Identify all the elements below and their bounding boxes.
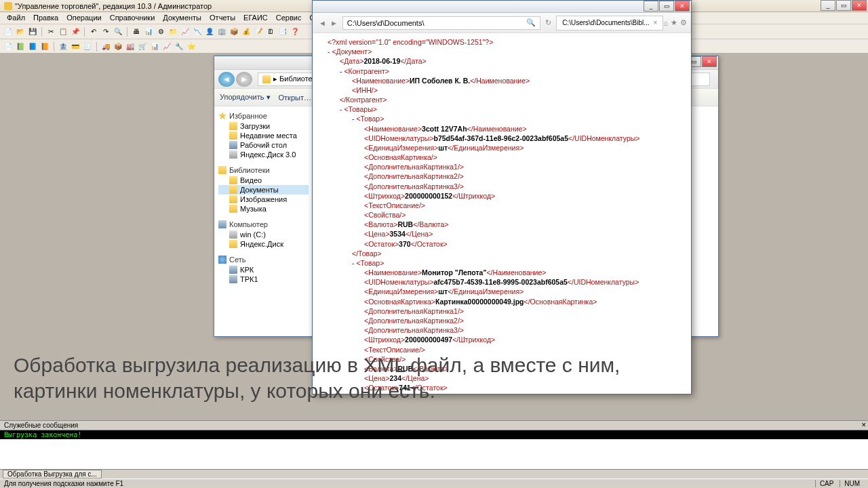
tb-icon[interactable]: 📝 — [253, 26, 264, 37]
sidebar-item-images[interactable]: Изображения — [218, 195, 309, 204]
tb-icon[interactable]: 🚚 — [100, 41, 111, 52]
tb-icon[interactable]: 🛒 — [137, 41, 148, 52]
close-button[interactable]: ✕ — [675, 1, 690, 12]
tb-undo-icon[interactable]: ↶ — [88, 26, 99, 37]
tb-icon[interactable]: 🏭 — [125, 41, 136, 52]
xml-viewer[interactable]: <?xml version="1.0" encoding="WINDOWS-12… — [313, 33, 691, 394]
close-button[interactable]: ✕ — [702, 56, 717, 67]
tb-icon[interactable]: ⭐ — [186, 41, 197, 52]
library-icon — [218, 166, 226, 174]
refresh-icon[interactable]: ↻ — [545, 18, 551, 27]
cap-indicator: CAP — [815, 480, 838, 487]
tb-icon[interactable]: 📄 — [3, 41, 14, 52]
tb-icon[interactable]: 📗 — [15, 41, 26, 52]
tb-icon[interactable]: 💳 — [70, 41, 81, 52]
taskbar-item[interactable]: Обработка Выгрузка для с... — [3, 470, 102, 479]
sidebar-libraries-header[interactable]: Библиотеки — [218, 166, 309, 174]
back-button[interactable]: ◄ — [218, 72, 235, 87]
tb-paste-icon[interactable]: 📌 — [70, 26, 81, 37]
tb-icon[interactable]: 🏦 — [58, 41, 68, 52]
address-bar[interactable]: C:\Users\d\Documents\ 🔍 — [342, 16, 540, 30]
forward-button[interactable]: ► — [330, 19, 338, 27]
tb-icon[interactable]: 📊 — [143, 26, 154, 37]
tb-help-icon[interactable]: ❓ — [290, 26, 300, 37]
minimize-button[interactable]: _ — [821, 0, 835, 11]
sidebar-item-yadisk[interactable]: Яндекс.Диск 3.0 — [218, 150, 309, 159]
menu-edit[interactable]: Правка — [29, 12, 62, 24]
tab-close-icon[interactable]: × — [654, 19, 658, 26]
close-button[interactable]: ✕ — [852, 0, 867, 11]
maximize-button[interactable]: ▭ — [659, 1, 674, 12]
tb-icon[interactable]: 🧾 — [82, 41, 93, 52]
sidebar-favorites-header[interactable]: Избранное — [218, 112, 309, 120]
tb-icon[interactable]: 🖶 — [131, 26, 142, 37]
search-icon[interactable]: 🔍 — [526, 18, 536, 27]
separator — [54, 42, 54, 52]
open-button[interactable]: Открыт… — [279, 94, 311, 102]
tb-icon[interactable]: 🏢 — [216, 26, 227, 37]
home-icon[interactable]: ⌂ — [663, 19, 668, 27]
status-hint: Для получения подсказки нажмите F1 — [4, 480, 123, 487]
browser-tab[interactable]: C:\Users\d\Documents\Bibl... × — [556, 16, 663, 30]
menu-service[interactable]: Сервис — [272, 12, 306, 24]
tb-icon[interactable]: 📦 — [113, 41, 123, 52]
sidebar-item-music[interactable]: Музыка — [218, 204, 309, 214]
folder-icon — [229, 205, 237, 213]
sidebar-item-krk[interactable]: КРК — [218, 265, 309, 274]
sidebar-item-downloads[interactable]: Загрузки — [218, 121, 309, 131]
caption-line-2: картинки номенклатуры, у которых они ест… — [14, 378, 854, 404]
tb-icon[interactable]: 📉 — [192, 26, 203, 37]
separator — [127, 27, 127, 37]
tb-new-icon[interactable]: 📄 — [3, 26, 14, 37]
maximize-button[interactable]: ▭ — [836, 0, 851, 11]
menu-operations[interactable]: Операции — [62, 12, 105, 24]
menu-reports[interactable]: Отчеты — [205, 12, 239, 24]
tb-icon[interactable]: 📁 — [167, 26, 178, 37]
forward-button[interactable]: ► — [236, 72, 252, 87]
ie-titlebar[interactable]: _ ▭ ✕ — [313, 1, 691, 13]
separator — [41, 27, 42, 37]
sidebar-item-recent[interactable]: Недавние места — [218, 131, 309, 140]
minimize-button[interactable]: _ — [644, 1, 658, 12]
tb-open-icon[interactable]: 📂 — [15, 26, 26, 37]
back-button[interactable]: ◄ — [319, 19, 326, 27]
sidebar-item-desktop[interactable]: Рабочий стол — [218, 140, 309, 150]
tb-icon[interactable]: 🔧 — [174, 41, 184, 52]
menu-catalogs[interactable]: Справочники — [106, 12, 159, 24]
tb-find-icon[interactable]: 🔍 — [113, 26, 123, 37]
tb-save-icon[interactable]: 💾 — [27, 26, 38, 37]
tb-icon[interactable]: 📈 — [180, 26, 191, 37]
sidebar-item-documents[interactable]: Документы — [218, 185, 309, 195]
sidebar-item-video[interactable]: Видео — [218, 176, 309, 185]
favorites-icon[interactable]: ★ — [671, 18, 677, 27]
tb-icon[interactable]: 📙 — [39, 41, 50, 52]
settings-icon[interactable]: ⚙ — [680, 18, 687, 27]
app-taskbar: Обработка Выгрузка для с... — [0, 469, 868, 479]
tb-icon[interactable]: 📈 — [161, 41, 172, 52]
tb-cut-icon[interactable]: ✂ — [45, 26, 56, 37]
sidebar-item-yadisk-folder[interactable]: Яндекс.Диск — [218, 239, 309, 249]
tb-icon[interactable]: ⚙ — [155, 26, 166, 37]
tb-icon[interactable]: 👤 — [204, 26, 215, 37]
sidebar-network-header[interactable]: Сеть — [218, 256, 309, 264]
ie-navbar: ◄ ► C:\Users\d\Documents\ 🔍 ↻ C:\Users\d… — [313, 13, 691, 33]
tb-icon[interactable]: 💰 — [241, 26, 252, 37]
tb-icon[interactable]: 📘 — [27, 41, 38, 52]
tb-icon[interactable]: 🗓 — [265, 26, 276, 37]
tb-icon[interactable]: 📑 — [277, 26, 288, 37]
sidebar-item-trk1[interactable]: ТРК1 — [218, 274, 309, 284]
tb-icon[interactable]: 📦 — [229, 26, 239, 37]
organize-button[interactable]: Упорядочить ▾ — [220, 93, 271, 102]
network-icon — [218, 256, 226, 264]
tb-copy-icon[interactable]: 📋 — [58, 26, 68, 37]
menu-documents[interactable]: Документы — [159, 12, 205, 24]
messages-panel: Служебные сообщения ✕ Выгрузка закончена… — [0, 420, 868, 469]
panel-close-icon[interactable]: ✕ — [861, 422, 867, 428]
address-text: C:\Users\d\Documents\ — [347, 19, 425, 27]
tb-redo-icon[interactable]: ↷ — [100, 26, 111, 37]
menu-egais[interactable]: ЕГАИС — [239, 12, 272, 24]
sidebar-computer-header[interactable]: Компьютер — [218, 220, 309, 228]
tb-icon[interactable]: 📊 — [149, 41, 160, 52]
sidebar-item-c-drive[interactable]: win (C:) — [218, 230, 309, 239]
menu-file[interactable]: Файл — [3, 12, 29, 24]
